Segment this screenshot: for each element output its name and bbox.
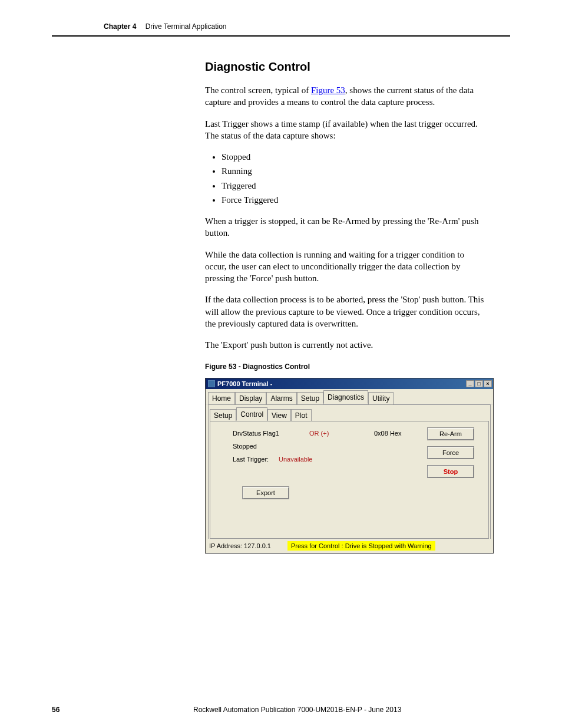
- list-item: Force Triggered: [222, 194, 487, 206]
- tab-diagnostics[interactable]: Diagnostics: [323, 390, 368, 404]
- flag-label: DrvStatus Flag1: [233, 430, 309, 437]
- operator-label: OR (+): [309, 430, 374, 437]
- tab-home[interactable]: Home: [208, 392, 235, 404]
- status-bar: IP Address: 127.0.0.1 Press for Control …: [206, 539, 493, 553]
- last-trigger-label: Last Trigger:: [233, 456, 279, 463]
- sub-tab-bar: Setup Control View Plot: [210, 406, 489, 421]
- last-trigger-paragraph: Last Trigger shows a time stamp (if avai…: [205, 118, 487, 142]
- minimize-button[interactable]: _: [466, 380, 474, 387]
- title-bar: PF7000 Terminal - _ □ ×: [206, 378, 493, 389]
- export-button[interactable]: Export: [242, 486, 289, 499]
- tab-setup[interactable]: Setup: [297, 392, 323, 404]
- tab-alarms[interactable]: Alarms: [266, 392, 296, 404]
- figure-link[interactable]: Figure 53: [311, 85, 345, 95]
- status-message[interactable]: Press for Control : Drive is Stopped wit…: [287, 541, 435, 551]
- ip-address-label: IP Address: 127.0.0.1: [209, 542, 271, 549]
- tab-display[interactable]: Display: [235, 392, 266, 404]
- subtab-control[interactable]: Control: [236, 407, 267, 421]
- maximize-button[interactable]: □: [475, 380, 483, 387]
- force-button[interactable]: Force: [427, 446, 474, 459]
- p1-pre: The control screen, typical of: [205, 85, 311, 95]
- stop-button[interactable]: Stop: [427, 465, 474, 478]
- app-window: PF7000 Terminal - _ □ × Home Display Ala…: [205, 378, 494, 554]
- last-trigger-value: Unavailable: [279, 456, 312, 463]
- publication-info: Rockwell Automation Publication 7000-UM2…: [193, 706, 401, 714]
- tab-utility[interactable]: Utility: [368, 392, 394, 404]
- chapter-title: Drive Terminal Application: [146, 22, 227, 31]
- list-item: Running: [222, 165, 487, 177]
- chapter-label: Chapter 4: [104, 22, 136, 31]
- force-paragraph: While the data collection is running and…: [205, 249, 487, 285]
- export-paragraph: The 'Export' push button is currently no…: [205, 339, 487, 351]
- intro-paragraph: The control screen, typical of Figure 53…: [205, 84, 487, 108]
- stop-paragraph: If the data collection process is to be …: [205, 294, 487, 330]
- diagnostics-control-panel: DrvStatus Flag1 OR (+) 0x08 Hex Stopped …: [210, 421, 488, 533]
- app-icon: [208, 380, 215, 387]
- subtab-plot[interactable]: Plot: [291, 409, 312, 421]
- subtab-view[interactable]: View: [267, 409, 291, 421]
- rearm-paragraph: When a trigger is stopped, it can be Re-…: [205, 215, 487, 239]
- hex-value: 0x08 Hex: [374, 430, 401, 437]
- page-footer: 56 Rockwell Automation Publication 7000-…: [52, 706, 510, 714]
- status-list: Stopped Running Triggered Force Triggere…: [222, 151, 487, 206]
- list-item: Stopped: [222, 151, 487, 163]
- top-tab-bar: Home Display Alarms Setup Diagnostics Ut…: [206, 389, 493, 404]
- rearm-button[interactable]: Re-Arm: [427, 427, 474, 440]
- section-title: Diagnostic Control: [205, 60, 487, 74]
- window-title: PF7000 Terminal -: [217, 380, 272, 387]
- close-button[interactable]: ×: [484, 380, 492, 387]
- figure-caption: Figure 53 - Diagnostics Control: [205, 363, 487, 371]
- subtab-setup[interactable]: Setup: [210, 409, 236, 421]
- page-header: Chapter 4 Drive Terminal Application: [52, 0, 510, 37]
- list-item: Triggered: [222, 180, 487, 192]
- page-number: 56: [52, 706, 193, 714]
